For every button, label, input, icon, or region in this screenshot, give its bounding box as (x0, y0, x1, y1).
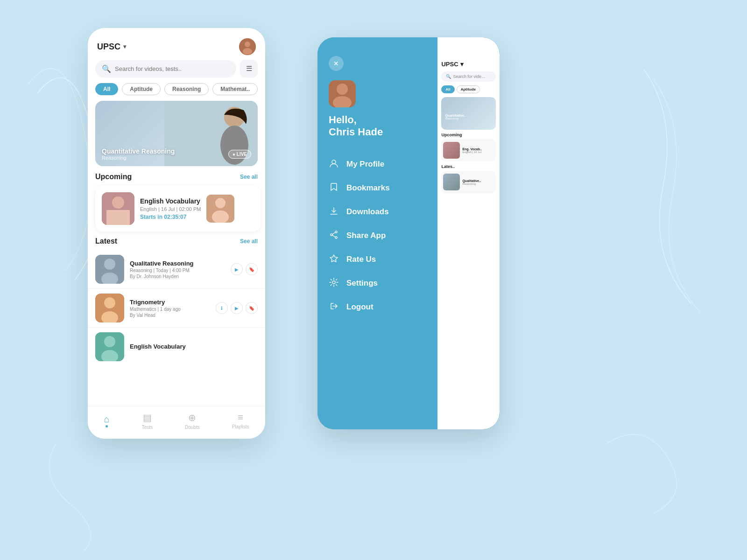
latest-item-2-actions: ℹ ▶ 🔖 (216, 302, 258, 314)
doubts-icon: ⊕ (188, 412, 196, 423)
filter-button[interactable]: ☰ (240, 60, 258, 77)
latest-thumb-2 (95, 294, 124, 322)
peek-upcoming-thumb (443, 142, 460, 159)
avatar[interactable] (239, 38, 256, 55)
tab-reasoning[interactable]: Reasoning (164, 83, 209, 95)
latest-item-2-meta: Mathematics | 1 day ago (130, 307, 210, 312)
peek-banner-title: Quantitative.. (445, 114, 492, 117)
menu-logout[interactable]: Logout (329, 295, 430, 319)
svg-line-30 (332, 235, 335, 237)
nav-doubts[interactable]: ⊕ Doubts (185, 412, 200, 430)
nav-tests-label: Tests (142, 425, 153, 430)
latest-item-3[interactable]: English Vocabulary (88, 328, 265, 366)
upcoming-peek-thumb (206, 195, 234, 223)
peek-upcoming-card: Eng. Vocab.. English | 16 Jul (441, 139, 496, 161)
tab-all[interactable]: All (95, 83, 118, 95)
latest-title: Latest (95, 237, 117, 245)
bookmark-button-2[interactable]: 🔖 (246, 302, 258, 314)
upcoming-title: Upcoming (95, 173, 132, 181)
nav-doubts-label: Doubts (185, 425, 200, 430)
peek-tabs: All Aptitude (441, 85, 496, 93)
share-icon (329, 230, 339, 242)
brand-chevron: ▾ (123, 43, 126, 50)
peek-upcoming-info: Eng. Vocab.. English | 16 Jul (462, 147, 482, 154)
latest-item-2-author: By Val Head (130, 313, 210, 318)
play-button-1[interactable]: ▶ (231, 263, 243, 275)
peek-brand-name: UPSC (441, 61, 458, 68)
svg-point-5 (220, 126, 248, 165)
latest-item-1[interactable]: Qualitative Reasoning Reasoning | Today … (88, 250, 265, 289)
menu-downloads-label: Downloads (346, 207, 389, 217)
menu-rate-us[interactable]: Rate Us (329, 248, 430, 272)
banner-title: Quantitative Reasoning (102, 147, 175, 155)
upcoming-card-meta: English | 16 Jul | 02:00 PM (140, 206, 201, 212)
svg-point-28 (335, 237, 337, 238)
svg-line-29 (332, 232, 335, 234)
info-button-2[interactable]: ℹ (216, 302, 228, 314)
upcoming-card[interactable]: English Vocabulary English | 16 Jul | 02… (95, 186, 261, 231)
profile-icon (329, 159, 339, 170)
menu-settings-label: Settings (346, 279, 378, 288)
upcoming-card-timer: Starts in 02:35:07 (140, 214, 201, 220)
bookmark-button-1[interactable]: 🔖 (246, 263, 258, 275)
menu-settings[interactable]: Settings (329, 272, 430, 295)
play-button-2[interactable]: ▶ (231, 302, 243, 314)
peek-search-icon: 🔍 (446, 74, 451, 79)
latest-thumb-1 (95, 255, 124, 284)
upcoming-card-title: English Vocabulary (140, 197, 201, 205)
phone-left: UPSC ▾ 🔍 ☰ All Aptitude Reasoning Mathem… (88, 28, 265, 439)
banner-subtitle: Reasoning (102, 155, 175, 161)
upcoming-info: English Vocabulary English | 16 Jul | 02… (140, 197, 201, 220)
search-input[interactable] (115, 65, 230, 72)
menu-bookmarks[interactable]: Bookmarks (329, 176, 430, 200)
peek-search: 🔍 Search for vide... (441, 71, 496, 82)
home-icon: ⌂ (104, 414, 110, 425)
peek-latest-info: Qualitative.. Reasoning (462, 179, 481, 185)
search-bar[interactable]: 🔍 (95, 60, 236, 77)
tab-mathematics[interactable]: Mathemat.. (212, 83, 258, 95)
menu-bookmarks-label: Bookmarks (346, 183, 390, 193)
nav-playlists[interactable]: ≡ Playlists (232, 412, 249, 429)
bottom-nav: ⌂ ▤ Tests ⊕ Doubts ≡ Playlists (88, 406, 265, 439)
peek-upcoming-label: Upcoming (441, 133, 496, 137)
menu-profile-label: My Profile (346, 160, 384, 169)
upcoming-see-all[interactable]: See all (240, 174, 258, 180)
latest-section-header: Latest See all (88, 237, 265, 250)
nav-tests[interactable]: ▤ Tests (142, 412, 153, 430)
search-row: 🔍 ☰ (95, 60, 258, 77)
latest-see-all[interactable]: See all (240, 238, 258, 245)
svg-point-14 (104, 259, 115, 270)
peek-banner-subtitle: Reasoning (445, 117, 492, 120)
banner-text: Quantitative Reasoning Reasoning (102, 147, 175, 161)
brand-logo[interactable]: UPSC ▾ (97, 42, 126, 52)
menu-rate-label: Rate Us (346, 255, 376, 264)
tab-aptitude[interactable]: Aptitude (122, 83, 161, 95)
svg-point-31 (332, 281, 335, 284)
svg-rect-9 (106, 210, 130, 225)
rate-icon (329, 254, 339, 266)
peek-latest-card: Qualitative.. Reasoning (441, 171, 496, 193)
svg-point-27 (331, 234, 332, 236)
peek-upcoming-meta: English | 16 Jul (462, 151, 482, 154)
menu-share-app[interactable]: Share App (329, 224, 430, 248)
nav-active-dot (106, 425, 108, 427)
brand-name: UPSC (97, 42, 120, 52)
close-button[interactable]: ✕ (329, 56, 344, 71)
menu-my-profile[interactable]: My Profile (329, 153, 430, 176)
nav-home[interactable]: ⌂ (104, 414, 110, 427)
playlists-icon: ≡ (238, 412, 243, 423)
svg-point-25 (332, 160, 336, 164)
menu-downloads[interactable]: Downloads (329, 200, 430, 224)
peek-latest-title: Qualitative.. (462, 179, 481, 182)
latest-item-1-author: By Dr. Johnson Hayden (130, 274, 225, 279)
peek-latest-thumb (443, 174, 460, 190)
latest-item-2[interactable]: Trignometry Mathematics | 1 day ago By V… (88, 289, 265, 328)
drawer-panel: ✕ Hello, Chris Hade My Profile (317, 37, 441, 429)
svg-point-7 (112, 196, 124, 209)
timer-value: 02:35:07 (164, 214, 186, 220)
svg-point-17 (104, 297, 115, 308)
featured-banner[interactable]: Quantitative Reasoning Reasoning ● LIVE (95, 101, 258, 166)
menu-share-label: Share App (346, 231, 386, 240)
svg-point-23 (337, 84, 348, 95)
close-icon: ✕ (333, 60, 339, 67)
